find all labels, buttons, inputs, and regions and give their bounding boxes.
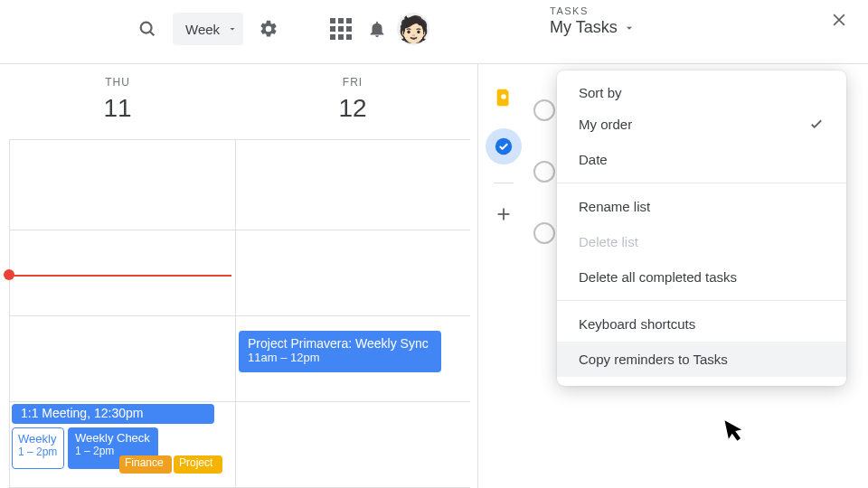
event-primavera[interactable]: Project Primavera: Weekly Sync 11am – 12… bbox=[239, 331, 441, 372]
tasks-section-label: TASKS bbox=[550, 5, 868, 16]
event-time: 1 – 2pm bbox=[18, 446, 58, 458]
menu-item-rename[interactable]: Rename list bbox=[557, 189, 846, 224]
event-one-on-one[interactable]: 1:1 Meeting, 12:30pm bbox=[12, 404, 214, 424]
event-title: 1:1 Meeting, 12:30pm bbox=[21, 406, 143, 420]
menu-item-copy-reminders[interactable]: Copy reminders to Tasks bbox=[557, 342, 846, 377]
current-time-dot bbox=[4, 269, 14, 280]
menu-item-label: Rename list bbox=[579, 199, 650, 214]
chevron-down-icon bbox=[227, 23, 238, 34]
event-project[interactable]: Project bbox=[174, 455, 222, 474]
day-of-week: FRI bbox=[235, 76, 470, 89]
gear-icon[interactable] bbox=[250, 11, 287, 47]
menu-item-date[interactable]: Date bbox=[557, 142, 846, 177]
task-list-picker[interactable]: My Tasks bbox=[550, 18, 868, 37]
search-icon[interactable] bbox=[129, 11, 165, 47]
event-time: 11am – 12pm bbox=[248, 351, 432, 364]
menu-item-delete-completed[interactable]: Delete all completed tasks bbox=[557, 259, 846, 295]
event-title: Project bbox=[179, 456, 212, 469]
svg-line-1 bbox=[150, 32, 154, 35]
menu-item-label: Date bbox=[579, 152, 608, 167]
calendar-grid: THU 11 FRI 12 Project Primavera: Weekly … bbox=[0, 63, 470, 488]
day-header-fri[interactable]: FRI 12 bbox=[235, 63, 470, 123]
tasks-options-menu: Sort by My order Date Rename list Delete… bbox=[557, 70, 846, 386]
day-header-thu[interactable]: THU 11 bbox=[0, 63, 235, 123]
menu-item-label: Keyboard shortcuts bbox=[579, 316, 695, 332]
rail-separator bbox=[494, 183, 514, 183]
task-checkbox[interactable] bbox=[533, 99, 555, 121]
task-list-name: My Tasks bbox=[550, 18, 618, 37]
view-switcher[interactable]: Week bbox=[173, 13, 243, 45]
add-icon[interactable] bbox=[486, 196, 522, 232]
menu-item-label: Delete list bbox=[579, 234, 638, 249]
menu-section-sort: Sort by bbox=[557, 80, 846, 106]
day-number: 12 bbox=[235, 94, 470, 123]
close-icon[interactable] bbox=[830, 11, 848, 29]
task-checkbox[interactable] bbox=[533, 161, 555, 183]
event-title: Project Primavera: Weekly Sync bbox=[248, 336, 432, 351]
event-weekly-a[interactable]: Weekly 1 – 2pm bbox=[12, 427, 64, 469]
task-checkbox[interactable] bbox=[533, 222, 555, 244]
chevron-down-icon bbox=[623, 22, 636, 34]
day-number: 11 bbox=[0, 94, 235, 123]
menu-item-shortcuts[interactable]: Keyboard shortcuts bbox=[557, 306, 846, 342]
avatar[interactable]: 🧑🏻 bbox=[395, 11, 431, 47]
apps-waffle-icon[interactable] bbox=[323, 11, 359, 47]
menu-item-my-order[interactable]: My order bbox=[557, 106, 846, 142]
menu-item-label: My order bbox=[579, 117, 632, 132]
menu-separator bbox=[557, 183, 846, 183]
day-of-week: THU bbox=[0, 76, 235, 89]
notifications-icon[interactable] bbox=[359, 11, 395, 47]
tasks-icon[interactable] bbox=[486, 128, 522, 164]
menu-item-label: Delete all completed tasks bbox=[579, 269, 737, 285]
view-label: Week bbox=[185, 22, 220, 37]
menu-item-label: Copy reminders to Tasks bbox=[579, 352, 728, 367]
event-title: Finance bbox=[125, 456, 164, 469]
svg-point-0 bbox=[141, 23, 152, 33]
check-icon bbox=[808, 116, 825, 132]
menu-separator bbox=[557, 300, 846, 301]
event-title: Weekly bbox=[18, 432, 58, 446]
current-time-line bbox=[5, 275, 231, 277]
keep-icon[interactable] bbox=[486, 80, 522, 116]
event-title: Weekly Check bbox=[75, 431, 151, 445]
side-rail bbox=[477, 63, 528, 488]
event-finance[interactable]: Finance bbox=[119, 455, 172, 474]
svg-point-2 bbox=[501, 94, 506, 99]
menu-item-delete: Delete list bbox=[557, 224, 846, 259]
